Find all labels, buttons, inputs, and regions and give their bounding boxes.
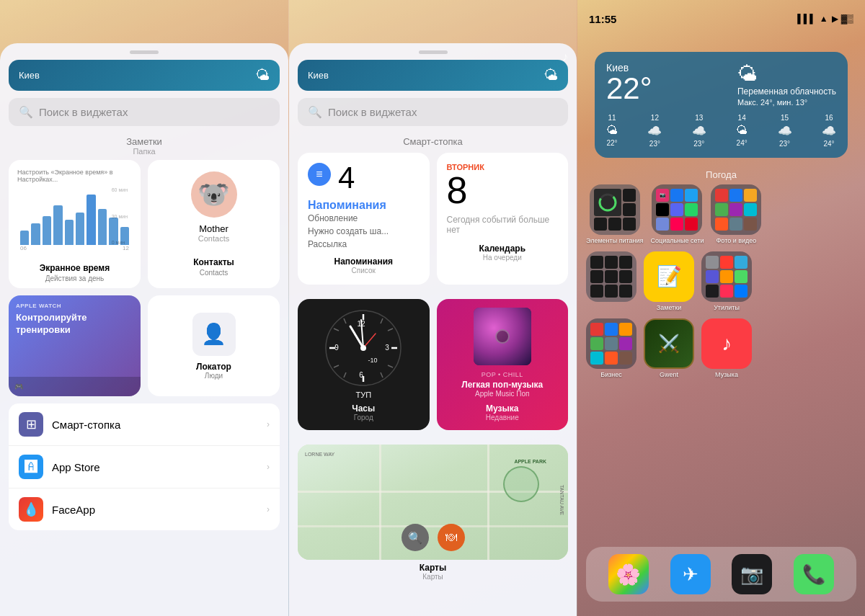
clock-widget[interactable]: 12 3 6 9 (298, 299, 430, 430)
contact-name: Mother (199, 223, 228, 234)
album-center (495, 329, 510, 344)
forecast-day-4: 14 🌤 24° (736, 114, 748, 148)
ph-mini-5 (729, 203, 742, 216)
music-footer: Музыка Недавние (486, 403, 519, 421)
social-folder[interactable]: 📷 (652, 184, 702, 235)
panel-1: Киев 🌤 🔍 Поиск в виджетах Заметки Папка … (0, 0, 288, 616)
maps-search-btn[interactable]: 🔍 (402, 524, 429, 551)
power-elements-folder[interactable] (590, 184, 640, 235)
road-v1 (379, 445, 381, 560)
bar-7 (86, 195, 95, 245)
appstore-list-text: App Store (52, 461, 258, 473)
weather-header-2[interactable]: Киев 🌤 (298, 60, 568, 91)
telegram-icon-sym: ✈ (683, 563, 698, 586)
forecast-day-6: 16 ☁️ 24° (822, 114, 836, 148)
yl-60: 60 мин (112, 187, 128, 192)
contacts-widget[interactable]: 🐨 Mother Contacts Контакты Contacts (148, 160, 280, 288)
stl-06: 06 (20, 245, 27, 251)
weather-city-2: Киев (308, 70, 329, 81)
locator-icon-container: 👤 (192, 313, 236, 356)
list-item-faceapp[interactable]: 💧 FaceApp › (9, 488, 280, 530)
row3-spacer (759, 318, 856, 378)
biz-8 (605, 352, 618, 365)
biz-folder[interactable] (586, 318, 636, 369)
appstore-widget[interactable]: APPLE WATCH Контролируйте тренировки 🎮 (9, 295, 141, 396)
calendar-widget[interactable]: ВТОРНИК 8 Сегодня событий больше нет Кал… (437, 153, 569, 285)
screen-time-content: Настроить «Экранное время» в Настройках.… (9, 160, 141, 260)
photo-folder[interactable] (711, 184, 761, 235)
notes-app-label: Заметки (657, 304, 681, 311)
st-labels: 06 12 (17, 245, 132, 251)
clock-footer-label: Часы (352, 403, 375, 414)
list-item-smartstack[interactable]: ⊞ Смарт-стопка › (9, 403, 280, 446)
biz-9 (619, 352, 632, 365)
ut-8 (720, 285, 733, 298)
fd3-day: 13 (695, 114, 703, 122)
search-bar-2[interactable]: 🔍 Поиск в виджетах (298, 98, 568, 126)
p3-row-2: 📝 Заметки (586, 251, 856, 311)
widget-grid-1: Настроить «Экранное время» в Настройках.… (9, 160, 280, 288)
pf2-1 (590, 256, 603, 269)
maps-widget[interactable]: APPLE PARK LORNE WAY TANTAU AVE 🔍 🍽 (298, 445, 568, 560)
sheet-handle-2 (419, 50, 448, 54)
music-icon-sym: ♪ (722, 332, 732, 355)
social-label: Социальные сети (650, 237, 704, 244)
pf2-6 (619, 270, 632, 283)
phone-icon-sym: 📞 (802, 563, 825, 586)
list-item-appstore[interactable]: 🅰 App Store › (9, 446, 280, 488)
dock-telegram-icon[interactable]: ✈ (670, 554, 711, 594)
gwent-app-icon[interactable]: ⚔️ (644, 318, 694, 369)
music-icon-block: ♪ Музыка (701, 318, 752, 378)
appstore-badge: APPLE WATCH (16, 303, 133, 309)
ph-mini-8 (729, 218, 742, 231)
fd1-temp: 22° (606, 139, 617, 147)
screen-time-widget[interactable]: Настроить «Экранное время» в Настройках.… (9, 160, 141, 288)
dock-phone-icon[interactable]: 📞 (794, 554, 834, 594)
ring-svg (598, 192, 618, 213)
album-art (474, 308, 531, 365)
forecast-day-2: 12 ☁️ 23° (647, 114, 662, 148)
power-folder-2[interactable] (586, 251, 636, 302)
music-genre: Pop • Chill (482, 371, 523, 378)
maps-food-btn[interactable]: 🍽 (438, 524, 465, 551)
biz-2 (605, 323, 618, 336)
smartstack-text: Смарт-стопка (52, 419, 258, 431)
folder-ring-icon (594, 189, 621, 216)
fd4-icon: 🌤 (736, 124, 748, 137)
weather-left: Киев 22° (606, 62, 652, 104)
chevron-icon-3: › (267, 504, 270, 514)
fd6-icon: ☁️ (822, 124, 836, 138)
notes-sub: Папка (9, 147, 280, 156)
road-v2 (487, 445, 489, 560)
cal-footer: Календарь На очереди (447, 244, 559, 262)
dock-camera-icon[interactable]: 📷 (732, 554, 772, 594)
widget-grid-2: APPLE WATCH Контролируйте тренировки 🎮 👤… (9, 295, 280, 396)
weather-right: 🌤 Переменная облачность Макс. 24°, мин. … (737, 62, 836, 107)
pf2-2 (605, 256, 618, 269)
dock-photos-icon[interactable]: 🌸 (608, 554, 649, 594)
fd1-icon: 🌤 (606, 124, 618, 137)
dock-telegram-block: ✈ (670, 554, 711, 594)
svg-point-21 (360, 345, 366, 351)
ph-mini-7 (715, 218, 728, 231)
weather-header-1[interactable]: Киев 🌤 (9, 60, 280, 91)
cal-date: 8 (447, 171, 559, 209)
p3-weather[interactable]: Киев 22° 🌤 Переменная облачность Макс. 2… (586, 9, 856, 165)
locator-widget[interactable]: 👤 Локатор Люди (148, 295, 280, 396)
ut-7 (706, 285, 719, 298)
pf2-4 (590, 270, 603, 283)
search-bar-1[interactable]: 🔍 Поиск в виджетах (9, 98, 280, 126)
widget-sheet-1: Киев 🌤 🔍 Поиск в виджетах Заметки Папка … (0, 43, 288, 616)
p3-weather-icon: 🌤 (737, 62, 836, 86)
reminders-widget[interactable]: ≡ 4 Напоминания Обновление Нужно создать… (298, 153, 430, 285)
row2-spacer (759, 251, 856, 311)
utilities-folder[interactable] (701, 251, 752, 302)
chevron-icon-2: › (267, 462, 270, 472)
ut-9 (735, 285, 748, 298)
fd4-day: 14 (738, 114, 746, 122)
reminders-count-block: 4 (338, 163, 355, 193)
notes-app-icon[interactable]: 📝 (644, 251, 694, 302)
music-widget[interactable]: ♪ Pop • Chill Легкая поп-музыка Apple Mu… (437, 299, 569, 430)
fd2-day: 12 (651, 114, 659, 122)
music-app-icon[interactable]: ♪ (701, 318, 752, 369)
